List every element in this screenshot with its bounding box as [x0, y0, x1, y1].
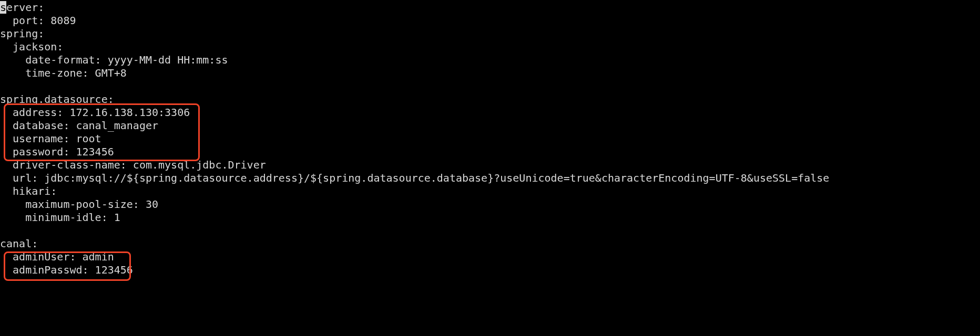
- config-line-blank: [0, 80, 980, 93]
- config-line-time-zone: time-zone: GMT+8: [0, 67, 980, 80]
- config-line-datasource: spring.datasource:: [0, 93, 980, 106]
- config-line-hikari: hikari:: [0, 185, 980, 198]
- config-line-database: database: canal_manager: [0, 119, 980, 132]
- config-line-password: password: 123456: [0, 145, 980, 159]
- config-line-admin-user: adminUser: admin: [0, 250, 980, 264]
- config-line-date-format: date-format: yyyy-MM-dd HH:mm:ss: [0, 54, 980, 67]
- config-line-admin-passwd: adminPasswd: 123456: [0, 264, 980, 277]
- config-text: erver:: [6, 1, 44, 14]
- config-line-url: url: jdbc:mysql://${spring.datasource.ad…: [0, 172, 980, 185]
- config-line-driver-class: driver-class-name: com.mysql.jdbc.Driver: [0, 159, 980, 172]
- editor-cursor: s: [0, 1, 6, 14]
- config-line-jackson: jackson:: [0, 40, 980, 54]
- config-line-max-pool: maximum-pool-size: 30: [0, 198, 980, 211]
- config-line-server: server:: [0, 1, 980, 14]
- config-line-canal: canal:: [0, 237, 980, 250]
- config-line-spring: spring:: [0, 27, 980, 40]
- config-line-blank-2: [0, 224, 980, 237]
- config-line-username: username: root: [0, 132, 980, 145]
- config-line-port: port: 8089: [0, 14, 980, 27]
- config-line-min-idle: minimum-idle: 1: [0, 211, 980, 224]
- config-line-address: address: 172.16.138.130:3306: [0, 106, 980, 119]
